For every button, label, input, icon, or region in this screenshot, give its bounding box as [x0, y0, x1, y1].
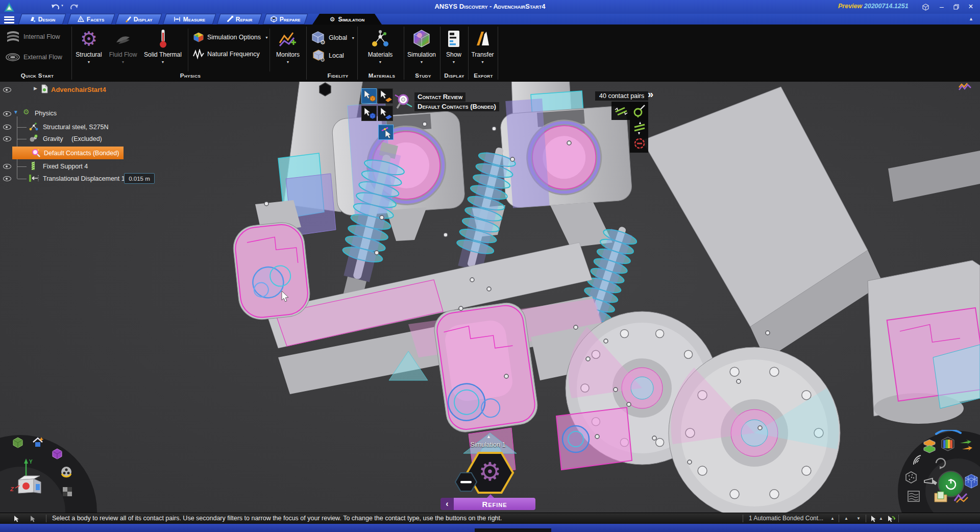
simulation-options-button[interactable]: Simulation Options ▼: [193, 32, 268, 43]
tab-facets[interactable]: Facets: [67, 14, 115, 25]
contact-summary-expand-caret[interactable]: ▲: [830, 513, 835, 524]
home-view-icon[interactable]: [32, 436, 45, 448]
group-label-fidelity: Fidelity: [328, 72, 349, 79]
fluid-flow-button[interactable]: Fluid Flow ▼: [107, 27, 139, 72]
structural-button[interactable]: ⚙ Structural ▼: [71, 27, 106, 72]
loop-play-icon[interactable]: [934, 456, 947, 470]
orientation-cube-gizmo[interactable]: Y Z: [9, 458, 45, 497]
open-results-folder-icon[interactable]: [934, 490, 948, 503]
section-pattern-icon[interactable]: [62, 486, 73, 497]
status-cursor-icon[interactable]: [13, 515, 20, 522]
internal-flow-button[interactable]: Internal Flow: [5, 31, 60, 43]
chart-shortcut-icon[interactable]: [953, 492, 969, 503]
tree-item-physics[interactable]: Physics: [35, 110, 57, 117]
mesh-cube-icon[interactable]: [964, 474, 978, 489]
bonded-contact-icon[interactable]: [633, 121, 646, 135]
refine-button[interactable]: Refine: [454, 498, 535, 510]
cursor-face-icon: [379, 89, 392, 103]
model-flange-disc-front[interactable]: [669, 347, 840, 513]
secondary-select-face-button[interactable]: [378, 106, 393, 121]
build-preview-label: Preview 20200714.1251: [838, 3, 909, 10]
select-mode-caret[interactable]: ▲: [879, 513, 883, 524]
model-neck[interactable]: [386, 207, 427, 241]
view-cube-icon[interactable]: [52, 448, 63, 460]
external-flow-button[interactable]: External Flow: [5, 51, 62, 63]
collapse-ribbon-arrow[interactable]: ▲: [969, 16, 973, 21]
exclude-contact-icon[interactable]: [633, 137, 646, 150]
secondary-select-body-button[interactable]: [361, 106, 377, 121]
tab-prepare[interactable]: Prepare: [263, 14, 308, 25]
status-cursor-alt-icon[interactable]: [29, 515, 37, 522]
iso-view-cube-icon[interactable]: [12, 437, 23, 448]
expand-root-arrow[interactable]: ▶: [34, 86, 37, 91]
sound-waves-icon[interactable]: [911, 453, 924, 467]
collapse-physics-arrow[interactable]: ▼: [13, 109, 18, 115]
results-cube-icon[interactable]: [941, 437, 955, 452]
tree-item-translational-displacement[interactable]: Translational Displacement 1: [43, 175, 125, 182]
visibility-eye-icon[interactable]: [3, 111, 11, 116]
show-list-icon: [447, 27, 461, 51]
visibility-eye-icon[interactable]: [3, 164, 11, 169]
close-button[interactable]: ×: [964, 0, 977, 13]
tab-simulation-active[interactable]: ⚙ Simulation: [312, 14, 382, 25]
tree-item-default-contacts-selected[interactable]: Default Contacts (Bonded): [12, 147, 124, 159]
restore-button[interactable]: [949, 0, 963, 13]
solid-thermal-button[interactable]: Solid Thermal ▼: [140, 27, 186, 72]
collapse-stage-hexagon[interactable]: [454, 471, 478, 493]
sliding-contact-icon[interactable]: [614, 104, 628, 117]
tab-repair[interactable]: Repair: [217, 14, 262, 25]
particle-hex-icon[interactable]: [904, 471, 918, 484]
render-mode-icon[interactable]: [60, 466, 72, 478]
package-icon[interactable]: [921, 3, 930, 11]
visibility-eye-icon[interactable]: [3, 176, 11, 181]
model-left-eye-clevis[interactable]: [231, 221, 312, 322]
ansys-discovery-window: ▼ ANSYS Discovery - AdvenchairStart4 Pre…: [0, 0, 980, 532]
previous-contact-caret[interactable]: ▲: [844, 513, 848, 524]
probe-contact-icon[interactable]: [633, 104, 646, 118]
tree-item-material[interactable]: Structural steel, S275N: [43, 124, 109, 131]
tab-design[interactable]: Design: [18, 14, 66, 25]
fluid-pattern-icon[interactable]: [907, 490, 920, 502]
viewport-monitors-icon[interactable]: [959, 83, 972, 92]
viewport-3d[interactable]: ▶ AdvenchairStart4 ▼ ⚙ Physics: [0, 82, 980, 513]
show-button[interactable]: Show ▼: [440, 27, 467, 72]
select-face-filter-button[interactable]: [378, 88, 393, 104]
rotate-select-icon[interactable]: [887, 515, 896, 522]
simulation-gear-icon: ⚙: [330, 16, 335, 22]
toolbar-drag-handle-hexagon[interactable]: [318, 82, 332, 96]
contact-summary-dropdown[interactable]: 1 Automatic Bonded Cont...: [749, 513, 823, 524]
tree-root-item[interactable]: AdvenchairStart4: [51, 86, 106, 93]
natural-frequency-button[interactable]: Natural Frequency: [193, 49, 260, 59]
simulation-study-button[interactable]: Simulation ▼: [404, 27, 439, 72]
model-hub-cylinder[interactable]: [556, 407, 632, 470]
next-contact-caret[interactable]: ▼: [856, 513, 861, 524]
select-body-filter-button[interactable]: [361, 88, 377, 104]
display-brush-icon: [125, 16, 131, 22]
translational-displacement-value-input[interactable]: 0.015 m: [124, 173, 155, 184]
transfer-button[interactable]: Transfer ▼: [468, 27, 497, 72]
sliced-model-icon[interactable]: [923, 439, 936, 453]
model-right-assembly[interactable]: [868, 260, 980, 424]
refine-back-chevron[interactable]: ‹: [440, 498, 454, 510]
select-mode-icon[interactable]: [870, 515, 877, 522]
local-fidelity-button[interactable]: ⚙ Local: [312, 49, 344, 62]
tree-item-fixed-support[interactable]: Fixed Support 4: [43, 163, 88, 170]
main-menu-hamburger-icon[interactable]: [4, 15, 14, 25]
model-center-block[interactable]: [432, 300, 540, 434]
minimize-button[interactable]: –: [935, 0, 948, 13]
global-fidelity-button[interactable]: ⚙ Global ▼: [311, 31, 355, 45]
tab-display[interactable]: Display: [115, 14, 162, 25]
tree-item-gravity[interactable]: Gravity: [43, 135, 63, 142]
select-contact-pair-button[interactable]: [378, 125, 394, 140]
visibility-eye-icon[interactable]: [3, 87, 11, 92]
compare-arrows-icon[interactable]: [959, 439, 973, 452]
materials-button[interactable]: Materials ▼: [358, 27, 402, 72]
monitors-button[interactable]: Monitors ▼: [272, 27, 304, 72]
visibility-eye-icon[interactable]: [3, 125, 11, 130]
group-label-export: Export: [474, 72, 493, 79]
expand-contact-panel-chevrons[interactable]: »: [648, 88, 652, 100]
spotlight-icon[interactable]: [923, 476, 939, 487]
group-label-materials: Materials: [369, 72, 396, 79]
visibility-eye-icon[interactable]: [3, 136, 11, 141]
tab-measure[interactable]: Measure: [163, 14, 216, 25]
